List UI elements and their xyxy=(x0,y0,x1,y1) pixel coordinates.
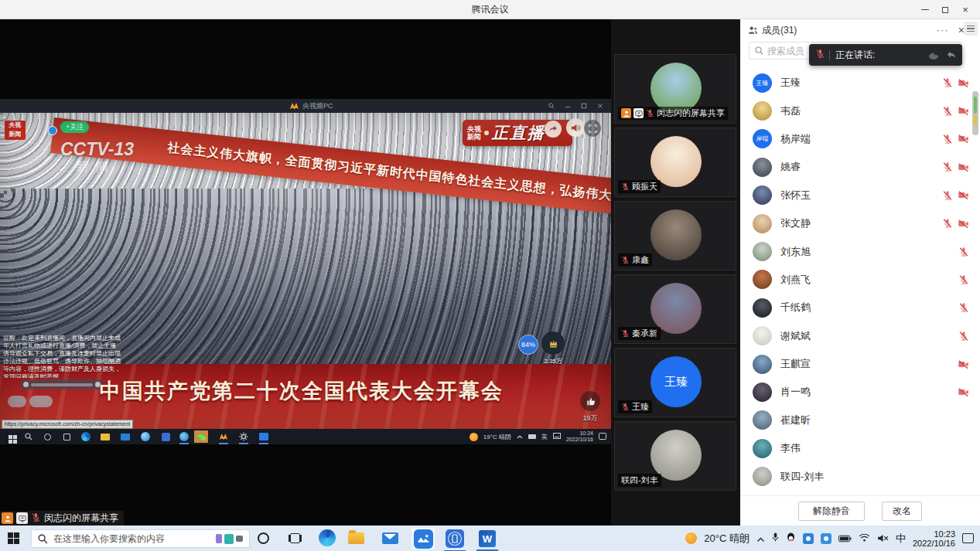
edge-icon[interactable] xyxy=(319,529,336,546)
mic-muted-icon[interactable] xyxy=(942,218,953,229)
unmute-button[interactable]: 解除静音 xyxy=(798,502,865,521)
minimize-button[interactable] xyxy=(915,0,935,19)
qq-tray-icon[interactable] xyxy=(786,532,796,546)
camera-muted-icon[interactable] xyxy=(958,134,969,144)
tencent-meeting-icon[interactable] xyxy=(411,528,435,549)
video-tile[interactable]: 秦承新 xyxy=(614,274,736,344)
task-view-icon-shared[interactable] xyxy=(62,432,71,441)
member-row[interactable]: 王臻王臻 xyxy=(740,69,980,97)
weather-icon[interactable] xyxy=(685,532,697,544)
yangshipin-icon-shared[interactable] xyxy=(219,432,228,441)
video-tile[interactable]: 康鑫 xyxy=(614,201,736,270)
member-row[interactable]: 姚睿 xyxy=(740,153,980,181)
taskbar-search-input[interactable] xyxy=(53,533,210,544)
app-icon-shared[interactable] xyxy=(161,432,170,441)
close-button[interactable]: × xyxy=(955,0,975,19)
clock[interactable]: 10:23 2022/10/16 xyxy=(913,529,955,548)
clock-shared[interactable]: 10:24 2022/10/16 xyxy=(566,430,593,443)
camera-muted-icon[interactable] xyxy=(958,219,969,229)
meeting-app-icon-shared[interactable] xyxy=(179,432,189,441)
member-row[interactable]: 联四-刘丰 xyxy=(740,462,980,490)
action-center-icon[interactable] xyxy=(962,533,974,543)
wechat-work-tray-icon[interactable] xyxy=(803,533,814,544)
video-tile[interactable]: 闵志闪的屏幕共享 xyxy=(614,54,736,124)
member-row[interactable]: 谢斌斌 xyxy=(740,322,980,350)
browser-icon-shared[interactable] xyxy=(141,432,150,441)
more-options-button[interactable]: ··· xyxy=(937,26,949,34)
mic-muted-icon[interactable] xyxy=(942,106,953,117)
file-explorer-icon[interactable] xyxy=(348,532,364,544)
restore-button[interactable] xyxy=(935,0,955,19)
speaker-muted-icon[interactable] xyxy=(877,532,889,546)
ime-language-button[interactable]: 中 xyxy=(896,532,906,546)
video-tile[interactable]: 联四-刘丰 xyxy=(614,421,736,491)
fullscreen-button[interactable] xyxy=(584,120,601,137)
notification-icon-shared[interactable] xyxy=(599,433,606,441)
task-view-button[interactable] xyxy=(290,533,300,543)
file-explorer-icon-shared[interactable] xyxy=(101,432,110,441)
mic-muted-icon[interactable] xyxy=(958,247,969,257)
camera-muted-icon[interactable] xyxy=(958,106,969,116)
mic-muted-icon[interactable] xyxy=(958,302,969,313)
volume-button[interactable] xyxy=(566,118,585,137)
member-row[interactable]: 韦磊 xyxy=(740,97,980,124)
camera-muted-icon[interactable] xyxy=(958,359,969,369)
panel-menu-button[interactable] xyxy=(964,22,978,36)
camera-muted-icon[interactable] xyxy=(958,387,969,397)
wifi-icon[interactable] xyxy=(859,532,870,546)
mic-muted-icon[interactable] xyxy=(942,77,953,88)
camera-muted-icon[interactable] xyxy=(958,162,969,172)
wechat-icon-shared[interactable] xyxy=(194,430,208,443)
rename-button[interactable]: 改名 xyxy=(882,502,922,521)
tray-chevron[interactable] xyxy=(756,532,765,546)
video-tile[interactable]: 顾振天 xyxy=(614,128,736,197)
video-tile[interactable]: 王臻王臻 xyxy=(614,348,736,417)
photos-icon-shared[interactable] xyxy=(259,432,268,441)
ime-icon-shared[interactable] xyxy=(528,434,536,439)
battery-icon[interactable] xyxy=(838,532,852,546)
member-row[interactable]: 张文静 xyxy=(740,209,980,237)
tray-chevron-shared[interactable] xyxy=(517,434,523,440)
member-row[interactable]: 千纸鹤 xyxy=(740,294,980,321)
cortana-icon-shared[interactable] xyxy=(43,432,52,441)
share-button[interactable] xyxy=(545,121,562,138)
mic-muted-icon[interactable] xyxy=(958,331,969,342)
search-icon-shared[interactable] xyxy=(24,432,33,441)
scrollbar-thumb[interactable] xyxy=(972,91,978,135)
app-minimize-button[interactable] xyxy=(565,103,571,109)
word-icon[interactable]: W xyxy=(477,529,497,548)
start-button[interactable] xyxy=(8,532,13,538)
camera-muted-icon[interactable] xyxy=(958,190,969,200)
app-restore-button[interactable] xyxy=(581,103,587,109)
member-row[interactable]: 崔建昕 xyxy=(740,406,980,434)
camera-muted-icon[interactable] xyxy=(958,78,969,88)
app-close-button[interactable] xyxy=(597,103,603,109)
start-button-shared[interactable] xyxy=(5,432,15,441)
member-row[interactable]: 岸端杨岸端 xyxy=(740,125,980,153)
member-row[interactable]: 张怀玉 xyxy=(740,182,980,209)
taskbar-search-box[interactable] xyxy=(31,529,250,548)
mic-muted-icon[interactable] xyxy=(942,190,953,201)
member-row[interactable]: 刘燕飞 xyxy=(740,266,980,294)
settings-gear-icon-shared[interactable] xyxy=(239,432,248,441)
mail-icon[interactable] xyxy=(382,532,398,544)
mic-muted-icon[interactable] xyxy=(958,274,969,285)
phone-link-icon[interactable] xyxy=(445,529,465,549)
app-search-icon[interactable] xyxy=(548,103,555,109)
touch-keyboard-icon-shared[interactable] xyxy=(553,433,561,440)
like-button[interactable] xyxy=(580,391,600,411)
microphone-tray-icon[interactable] xyxy=(772,532,779,546)
cortana-button[interactable] xyxy=(258,532,269,544)
member-row[interactable]: 李伟 xyxy=(740,434,980,462)
weather-text[interactable]: 20°C 晴朗 xyxy=(704,532,750,546)
ime-lang-shared[interactable]: 英 xyxy=(541,433,548,441)
mail-icon-shared[interactable] xyxy=(121,432,130,441)
mic-muted-icon[interactable] xyxy=(942,134,953,145)
member-row[interactable]: 刘东旭 xyxy=(740,237,980,265)
member-row[interactable]: 王麒宣 xyxy=(740,350,980,378)
edge-icon-shared[interactable] xyxy=(81,432,90,441)
mic-muted-icon[interactable] xyxy=(942,162,953,172)
tim-tray-icon[interactable] xyxy=(821,533,831,544)
member-row[interactable]: 肖一鸣 xyxy=(740,378,980,406)
follow-button[interactable]: +关注 xyxy=(60,121,89,133)
